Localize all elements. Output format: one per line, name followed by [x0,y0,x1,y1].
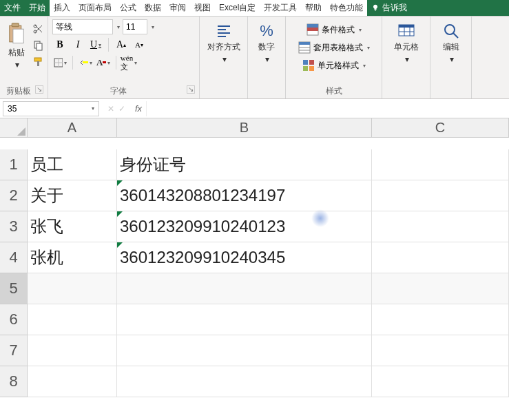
font-launcher[interactable]: ↘ [187,85,195,94]
cells-icon [397,22,415,40]
underline-button[interactable]: U▾ [88,37,103,52]
tell-me-label: 告诉我 [382,2,407,14]
cell-A2[interactable]: 关于 [28,180,117,211]
bold-button[interactable]: B [52,37,67,52]
tab-file[interactable]: 文件 [0,0,25,16]
table-format-button[interactable]: 套用表格格式▾ [290,40,377,55]
fx-icon[interactable]: fx [131,103,146,114]
tell-me-search[interactable]: 告诉我 [367,0,411,16]
chevron-down-icon: ▾ [15,60,19,70]
chevron-down-icon: ▾ [222,54,227,64]
cell-C4[interactable] [372,242,509,273]
cell-B6[interactable] [117,304,372,335]
cell-B5[interactable] [117,273,372,304]
font-size-select[interactable] [123,19,147,34]
editing-label: 编辑 [443,41,459,53]
cell-A1[interactable]: 员工 [28,149,117,180]
accept-formula-icon[interactable]: ✓ [118,104,125,114]
chevron-down-icon[interactable]: ▾ [92,105,94,112]
col-header-a[interactable]: A [28,118,117,138]
italic-button[interactable]: I [70,37,85,52]
tab-help[interactable]: 帮助 [301,0,326,16]
row-header-3[interactable]: 3 [0,211,28,242]
cell-B3[interactable]: 360123209910240123 [117,211,372,242]
svg-line-33 [453,33,458,38]
cell-A3[interactable]: 张飞 [28,211,117,242]
cut-button[interactable] [32,22,45,36]
col-header-c[interactable]: C [372,118,509,138]
cell-C5[interactable] [372,273,509,304]
tab-special[interactable]: 特色功能 [326,0,367,16]
formula-input[interactable] [146,101,509,116]
tab-data[interactable]: 数据 [141,0,165,16]
paste-button[interactable]: 粘贴 ▾ [4,19,29,72]
cell-A7[interactable] [28,335,117,366]
row-header-4[interactable]: 4 [0,242,28,273]
tab-formulas[interactable]: 公式 [116,0,141,16]
cell-C8[interactable] [372,366,509,397]
alignment-button[interactable]: 对齐方式 ▾ [204,19,243,67]
cell-B2[interactable]: 360143208801234197 [117,180,372,211]
tab-home[interactable]: 开始 [25,0,50,16]
cell-styles-button[interactable]: 单元格样式▾ [290,58,377,73]
format-painter-button[interactable] [32,55,45,69]
copy-button[interactable] [32,39,45,52]
row-header-8[interactable]: 8 [0,366,28,397]
font-family-select[interactable] [52,19,113,34]
cell-B4[interactable]: 360123209910240345 [117,242,372,273]
svg-rect-1 [12,23,19,27]
row-header-2[interactable]: 2 [0,180,28,211]
svg-rect-26 [309,66,314,71]
editing-button[interactable]: 编辑 ▾ [435,19,467,67]
clipboard-launcher[interactable]: ↘ [35,85,43,94]
tab-excel-auto[interactable]: Excel自定 [215,0,260,16]
chevron-down-icon: ▾ [450,54,454,64]
cell-A4[interactable]: 张机 [28,242,117,273]
conditional-format-button[interactable]: 条件格式▾ [290,22,377,37]
svg-rect-6 [37,43,42,50]
svg-rect-20 [299,42,310,45]
tab-review[interactable]: 审阅 [165,0,190,16]
row-header-7[interactable]: 7 [0,335,28,366]
name-box[interactable]: 35 ▾ [3,101,99,116]
tab-page-layout[interactable]: 页面布局 [74,0,116,16]
svg-rect-24 [309,60,314,65]
tab-insert[interactable]: 插入 [50,0,74,16]
row-header-6[interactable]: 6 [0,304,28,335]
tab-dev[interactable]: 开发工具 [260,0,301,16]
cell-C7[interactable] [372,335,509,366]
cell-B7[interactable] [117,335,372,366]
chevron-down-icon[interactable]: ▾ [152,24,154,30]
cell-A5[interactable] [28,273,117,304]
font-color-button[interactable]: A ▾ [96,55,111,70]
tab-view[interactable]: 视图 [190,0,215,16]
svg-rect-17 [307,24,318,28]
cell-styles-label: 单元格样式 [318,60,359,72]
clipboard-group-label: 剪贴板 [6,86,31,96]
cells-button[interactable]: 单元格 ▾ [386,19,426,67]
cell-B1[interactable]: 身份证号 [117,149,372,180]
svg-rect-7 [34,58,41,61]
scissors-icon [33,23,44,34]
increase-font-button[interactable]: A▴ [114,37,129,52]
select-all-corner[interactable] [0,118,28,138]
cell-C1[interactable] [372,149,509,180]
cell-C6[interactable] [372,304,509,335]
phonetic-button[interactable]: wén文▾ [121,55,136,70]
cond-format-icon [307,23,319,36]
fill-color-button[interactable]: ▾ [78,55,93,70]
cell-B8[interactable] [117,366,372,397]
decrease-font-button[interactable]: A▾ [132,37,147,52]
number-format-button[interactable]: % 数字 ▾ [252,19,281,67]
cell-C3[interactable] [372,211,509,242]
chevron-down-icon[interactable]: ▾ [117,24,120,30]
row-header-5[interactable]: 5 [0,273,28,304]
align-icon [215,22,233,40]
cell-A8[interactable] [28,366,117,397]
borders-button[interactable]: ▾ [52,55,67,70]
col-header-b[interactable]: B [117,118,372,138]
row-header-1[interactable]: 1 [0,149,28,180]
cell-C2[interactable] [372,180,509,211]
cancel-formula-icon[interactable]: ✕ [107,104,114,114]
cell-A6[interactable] [28,304,117,335]
